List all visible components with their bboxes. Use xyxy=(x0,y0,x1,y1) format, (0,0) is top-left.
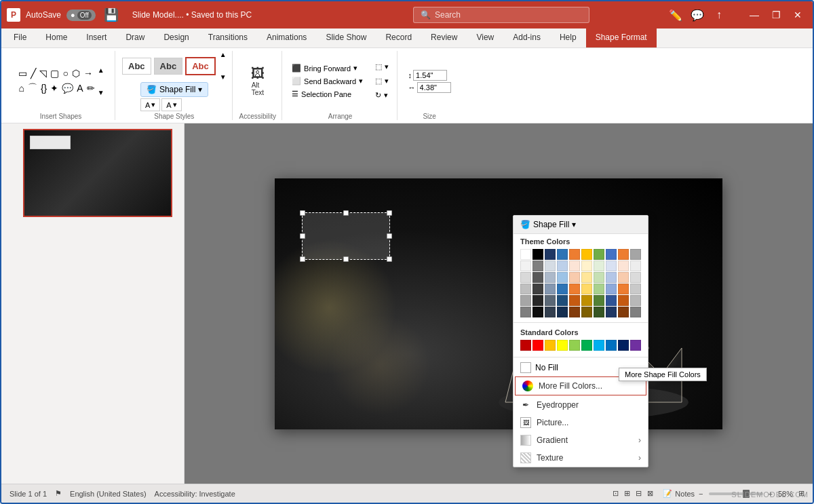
height-input[interactable] xyxy=(413,70,447,81)
swatch-4-9[interactable] xyxy=(618,284,629,294)
shape-callout[interactable]: 💬 xyxy=(60,81,75,95)
shape-bracket[interactable]: {} xyxy=(39,81,48,95)
shape-line[interactable]: ╱ xyxy=(29,66,37,80)
swatch-2-8[interactable] xyxy=(606,260,617,271)
swatch-green[interactable] xyxy=(594,249,604,260)
handle-br[interactable] xyxy=(387,256,392,262)
tab-draw[interactable]: Draw xyxy=(116,28,154,47)
handle-tl[interactable] xyxy=(300,210,305,216)
comment-icon[interactable]: 💬 xyxy=(688,5,707,24)
swatch-4-5[interactable] xyxy=(569,284,580,294)
swatch-2-6[interactable] xyxy=(581,260,592,271)
swatch-3-2[interactable] xyxy=(532,272,543,283)
tab-slideshow[interactable]: Slide Show xyxy=(316,28,376,47)
swatch-2-2[interactable] xyxy=(532,260,543,271)
swatch-6-6[interactable] xyxy=(581,307,592,317)
pen-icon[interactable]: ✏️ xyxy=(666,5,685,24)
swatch-3-3[interactable] xyxy=(545,272,556,283)
swatch-4-2[interactable] xyxy=(532,284,543,294)
swatch-3-5[interactable] xyxy=(569,272,580,283)
swatch-3-9[interactable] xyxy=(618,272,629,283)
swatch-2-10[interactable] xyxy=(630,260,641,271)
view-grid-icon[interactable]: ⊞ xyxy=(624,489,630,498)
shapes-collapse[interactable]: ▼ xyxy=(98,89,104,96)
handle-bl[interactable] xyxy=(300,256,305,262)
swatch-navy[interactable] xyxy=(545,249,556,260)
selected-shape[interactable] xyxy=(302,212,390,260)
notes-button[interactable]: 📝 Notes xyxy=(659,488,699,499)
swatch-5-1[interactable] xyxy=(520,295,531,306)
swatch-5-3[interactable] xyxy=(545,295,556,306)
canvas-area[interactable]: 🪣 Shape Fill ▾ Theme Colors xyxy=(185,123,813,484)
std-lightblue[interactable] xyxy=(594,340,604,351)
swatch-3-7[interactable] xyxy=(594,272,604,283)
group-button[interactable]: ⬚ ▾ xyxy=(372,75,391,87)
texture-item[interactable]: Texture › xyxy=(513,449,648,467)
styles-collapse[interactable]: ▼ xyxy=(220,73,227,81)
rotate-button[interactable]: ↻ ▾ xyxy=(372,90,391,101)
handle-tr[interactable] xyxy=(387,210,392,216)
std-purple[interactable] xyxy=(630,340,641,351)
swatch-2-5[interactable] xyxy=(569,260,580,271)
swatch-5-7[interactable] xyxy=(594,295,604,306)
shape-chevron[interactable]: ⌂ xyxy=(17,81,25,95)
eyedropper-item[interactable]: ✒ Eyedropper xyxy=(513,396,648,414)
swatch-5-9[interactable] xyxy=(618,295,629,306)
close-button[interactable]: ✕ xyxy=(788,5,807,24)
std-red[interactable] xyxy=(532,340,543,351)
swatch-2-9[interactable] xyxy=(618,260,629,271)
handle-ml[interactable] xyxy=(300,233,305,239)
restore-button[interactable]: ❐ xyxy=(767,5,786,24)
bring-forward-button[interactable]: ⬛ Bring Forward ▾ xyxy=(289,62,366,74)
styles-expand[interactable]: ▲ xyxy=(220,51,227,58)
swatch-2-7[interactable] xyxy=(594,260,604,271)
search-input[interactable] xyxy=(435,10,582,20)
tab-shape-format[interactable]: Shape Format xyxy=(586,28,657,47)
swatch-gray[interactable] xyxy=(630,249,641,260)
swatch-4-3[interactable] xyxy=(545,284,556,294)
swatch-3-8[interactable] xyxy=(606,272,617,283)
std-yellow[interactable] xyxy=(557,340,568,351)
search-box[interactable]: 🔍 xyxy=(413,7,589,23)
style-preview-3[interactable]: Abc xyxy=(185,57,216,75)
swatch-4-8[interactable] xyxy=(606,284,617,294)
shape-curve[interactable]: ⌒ xyxy=(26,81,39,96)
tab-help[interactable]: Help xyxy=(550,28,586,47)
handle-bm[interactable] xyxy=(343,256,349,262)
std-blue[interactable] xyxy=(606,340,617,351)
swatch-4-1[interactable] xyxy=(520,284,531,294)
shape-arrow[interactable]: → xyxy=(82,66,94,80)
style-preview-2[interactable]: Abc xyxy=(154,58,183,75)
width-input[interactable] xyxy=(417,82,451,93)
swatch-black[interactable] xyxy=(532,249,543,260)
shape-text[interactable]: A xyxy=(75,81,84,95)
swatch-3-1[interactable] xyxy=(520,272,531,283)
swatch-6-5[interactable] xyxy=(569,307,580,317)
share-icon[interactable]: ↑ xyxy=(710,5,729,24)
std-green[interactable] xyxy=(581,340,592,351)
send-backward-button[interactable]: ⬜ Send Backward ▾ xyxy=(289,75,366,87)
alt-text-button[interactable]: 🖼 AltText xyxy=(246,64,270,98)
view-presenter-icon[interactable]: ⊠ xyxy=(647,489,653,498)
tab-record[interactable]: Record xyxy=(376,28,421,47)
shape-fill-button[interactable]: 🪣 Shape Fill ▾ xyxy=(140,82,208,97)
view-reading-icon[interactable]: ⊟ xyxy=(636,489,642,498)
tab-file[interactable]: File xyxy=(4,28,36,47)
shape-effect-btn[interactable]: A ▾ xyxy=(161,98,181,111)
tab-home[interactable]: Home xyxy=(36,28,77,47)
tab-view[interactable]: View xyxy=(467,28,503,47)
swatch-gold[interactable] xyxy=(581,249,592,260)
autosave-toggle[interactable]: ● Off xyxy=(66,9,96,21)
tab-animations[interactable]: Animations xyxy=(257,28,316,47)
swatch-6-9[interactable] xyxy=(618,307,629,317)
shape-oval[interactable]: ○ xyxy=(61,66,69,80)
slide-thumbnail[interactable] xyxy=(23,129,172,217)
swatch-3-10[interactable] xyxy=(630,272,641,283)
shape-rect[interactable]: ▭ xyxy=(17,66,28,80)
tab-addins[interactable]: Add-ins xyxy=(503,28,550,47)
swatch-cornblue[interactable] xyxy=(606,249,617,260)
swatch-4-4[interactable] xyxy=(557,284,568,294)
swatch-6-8[interactable] xyxy=(606,307,617,317)
selection-pane-button[interactable]: ☰ Selection Pane xyxy=(289,88,366,100)
slide-canvas[interactable] xyxy=(275,178,722,429)
